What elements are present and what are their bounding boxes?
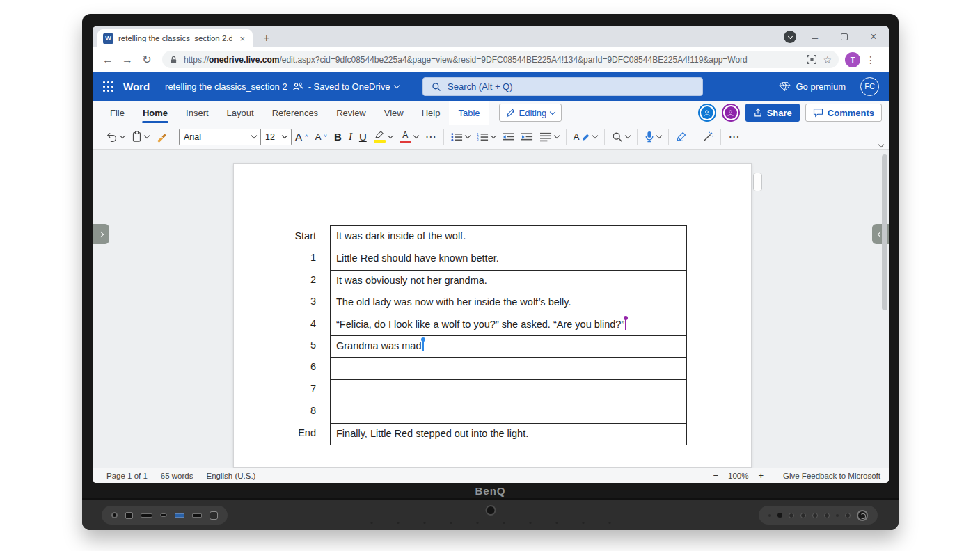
presence-avatar-purple[interactable] [722, 104, 740, 122]
hdmi-port [141, 513, 152, 518]
find-button[interactable] [608, 127, 633, 146]
page-count[interactable]: Page 1 of 1 [106, 472, 148, 480]
document-page[interactable]: Start 1 2 3 4 5 6 7 8 End It was dark in… [233, 163, 752, 468]
share-icon [753, 108, 763, 118]
table-cell-5[interactable]: Grandma was mad [331, 335, 686, 357]
word-favicon: W [103, 33, 113, 44]
ribbon-collapse-icon[interactable] [878, 142, 884, 147]
editing-label: Editing [519, 108, 547, 118]
tab-help[interactable]: Help [413, 101, 450, 125]
app-launcher-icon[interactable] [93, 72, 123, 101]
saved-status-chevron-icon[interactable] [394, 82, 400, 88]
window-close-button[interactable]: × [860, 26, 887, 47]
browser-toolbar: ← → ↻ https://onedrive.live.com/edit.asp… [93, 47, 889, 72]
grow-font-button[interactable]: A˄ [292, 127, 312, 146]
editing-pen-icon [506, 109, 515, 118]
word-app-name[interactable]: Word [123, 81, 150, 93]
zoom-level[interactable]: 100% [728, 472, 748, 480]
tab-file[interactable]: File [101, 101, 134, 125]
collab-cursor-purple [625, 319, 626, 330]
table-cell-7[interactable] [331, 379, 686, 401]
vertical-scrollbar-thumb[interactable] [882, 154, 887, 310]
format-painter-button[interactable] [152, 127, 171, 146]
feedback-link[interactable]: Give Feedback to Microsoft [783, 472, 880, 480]
bullets-button[interactable] [448, 127, 473, 146]
forward-button[interactable]: → [118, 54, 137, 66]
browser-menu-icon[interactable]: ⋮ [866, 54, 876, 65]
reload-button[interactable]: ↻ [137, 53, 157, 66]
document-title[interactable]: retelling the classics_section 2 [165, 81, 287, 92]
table-cell-end[interactable]: Finally, Little Red stepped out into the… [331, 423, 686, 445]
window-restore-button[interactable] [830, 26, 858, 47]
word-count[interactable]: 65 words [161, 472, 193, 480]
comments-button[interactable]: Comments [805, 104, 882, 122]
zoom-out-button[interactable]: − [713, 470, 718, 481]
word-header: Word retelling the classics_section 2 - … [93, 72, 889, 101]
tab-table[interactable]: Table [449, 101, 489, 125]
formatting-toolbar: Arial 12 A˄ A˅ B I U [93, 125, 889, 150]
browser-tab[interactable]: W retelling the classics_section 2.do × [97, 29, 253, 47]
tab-home[interactable]: Home [134, 101, 177, 125]
new-tab-button[interactable]: + [260, 31, 274, 45]
font-name-select[interactable]: Arial [179, 129, 261, 145]
more-commands-button[interactable]: ⋯ [725, 127, 743, 146]
table-cell-2[interactable]: It was obviously not her grandma. [331, 270, 686, 292]
presence-avatar-blue[interactable] [698, 104, 716, 122]
comment-anchor-handle[interactable] [753, 173, 762, 191]
italic-button[interactable]: I [345, 127, 356, 146]
tab-references[interactable]: References [263, 101, 327, 125]
font-size-select[interactable]: 12 [261, 129, 292, 145]
search-box[interactable]: Search (Alt + Q) [422, 77, 703, 96]
paste-button[interactable] [128, 127, 152, 146]
dictate-button[interactable] [641, 127, 665, 146]
increase-indent-button[interactable] [518, 127, 537, 146]
window-minimize-button[interactable]: – [801, 26, 829, 47]
language-status[interactable]: English (U.S.) [207, 472, 256, 480]
tab-review[interactable]: Review [327, 101, 375, 125]
share-button[interactable]: Share [745, 104, 800, 122]
font-color-button[interactable]: A [396, 127, 422, 146]
expand-left-panel-button[interactable] [93, 224, 109, 244]
editor-button[interactable] [672, 127, 691, 146]
back-button[interactable]: ← [98, 54, 118, 66]
auto-suggest-button[interactable] [699, 127, 717, 146]
highlight-button[interactable] [370, 127, 396, 146]
go-premium-button[interactable]: Go premium [779, 81, 846, 92]
bookmark-star-icon[interactable]: ☆ [823, 54, 832, 65]
qr-code-icon[interactable] [807, 54, 817, 65]
table-cell-8[interactable] [331, 401, 686, 422]
bold-button[interactable]: B [331, 127, 345, 146]
indent-icon [521, 132, 533, 142]
tab-close-icon[interactable]: × [237, 33, 247, 44]
tab-insert[interactable]: Insert [177, 101, 218, 125]
address-bar[interactable]: https://onedrive.live.com/edit.aspx?cid=… [162, 51, 839, 68]
row-label: 3 [234, 291, 323, 312]
alignment-button[interactable] [537, 127, 562, 146]
underline-button[interactable]: U [356, 127, 370, 146]
status-bar: Page 1 of 1 65 words English (U.S.) − 10… [93, 468, 889, 483]
saved-status[interactable]: - Saved to OneDrive [308, 81, 390, 92]
table-cell-3[interactable]: The old lady was now with her inside the… [331, 292, 686, 313]
more-font-options-button[interactable]: ⋯ [422, 127, 440, 146]
table-cell-start[interactable]: It was dark inside of the wolf. [331, 226, 686, 248]
zoom-in-button[interactable]: + [758, 470, 764, 481]
table-cell-1[interactable]: Little Red should have known better. [331, 248, 686, 269]
browser-profile-avatar[interactable]: T [845, 52, 860, 67]
undo-button[interactable] [102, 127, 128, 146]
premium-diamond-icon [779, 81, 791, 92]
editing-mode-dropdown[interactable]: Editing [499, 104, 562, 122]
styles-button[interactable]: A [570, 127, 601, 146]
table-cell-6[interactable] [331, 357, 686, 378]
numbering-button[interactable]: 1 2 3 [473, 127, 499, 146]
tab-layout[interactable]: Layout [218, 101, 263, 125]
clipboard-icon [132, 131, 142, 143]
tab-view[interactable]: View [375, 101, 413, 125]
decrease-indent-button[interactable] [499, 127, 518, 146]
browser-update-indicator[interactable] [784, 31, 796, 43]
account-badge[interactable]: FC [860, 77, 879, 96]
row-label: 1 [234, 247, 323, 269]
control-button [789, 513, 794, 518]
table-cell-4[interactable]: “Felicia, do I look like a wolf to you?”… [331, 314, 686, 335]
shrink-font-button[interactable]: A˅ [312, 127, 331, 146]
shared-people-icon [292, 82, 303, 91]
